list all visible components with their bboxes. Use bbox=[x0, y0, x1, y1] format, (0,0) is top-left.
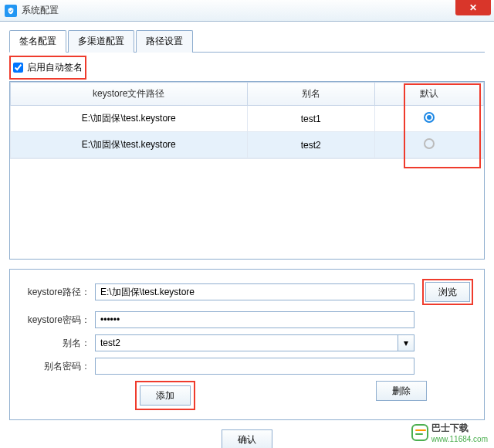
cell-path: E:\加固保\test.keystore bbox=[11, 106, 248, 132]
cell-default[interactable] bbox=[375, 106, 484, 132]
watermark-text: 巴士下载 bbox=[431, 422, 488, 435]
add-button[interactable]: 添加 bbox=[140, 385, 191, 406]
close-icon: ✕ bbox=[469, 2, 477, 13]
cell-default[interactable] bbox=[375, 132, 484, 158]
table-row[interactable]: E:\加固保\test.keystore test1 bbox=[11, 106, 484, 132]
cell-alias: test2 bbox=[247, 132, 375, 158]
table-row[interactable]: E:\加固保\test.keystore test2 bbox=[11, 132, 484, 158]
label-keystore-pwd: keystore密码： bbox=[21, 314, 95, 327]
close-button[interactable]: ✕ bbox=[455, 0, 491, 15]
watermark-url: www.11684.com bbox=[431, 435, 488, 443]
col-path: keystore文件路径 bbox=[11, 83, 248, 106]
keystore-table: keystore文件路径 别名 默认 E:\加固保\test.keystore … bbox=[9, 81, 485, 260]
chevron-down-icon: ▾ bbox=[404, 338, 408, 348]
tab-multichannel[interactable]: 多渠道配置 bbox=[68, 30, 134, 53]
radio-default-icon[interactable] bbox=[424, 112, 435, 123]
col-default: 默认 bbox=[375, 83, 484, 106]
tab-path-settings[interactable]: 路径设置 bbox=[136, 30, 193, 53]
alias-pwd-input[interactable] bbox=[95, 358, 414, 375]
keystore-path-input[interactable] bbox=[95, 283, 414, 300]
label-alias: 别名： bbox=[21, 337, 95, 350]
watermark-icon bbox=[411, 424, 428, 441]
tab-bar: 签名配置 多渠道配置 路径设置 bbox=[9, 29, 485, 53]
keystore-pwd-input[interactable] bbox=[95, 311, 414, 328]
radio-default-icon[interactable] bbox=[424, 138, 435, 149]
label-alias-pwd: 别名密码： bbox=[21, 360, 95, 373]
delete-button[interactable]: 删除 bbox=[376, 381, 427, 401]
alias-select-input[interactable] bbox=[95, 334, 398, 351]
alias-dropdown-button[interactable]: ▾ bbox=[398, 334, 414, 351]
table-header-row: keystore文件路径 别名 默认 bbox=[11, 83, 484, 106]
auto-sign-label: 启用自动签名 bbox=[27, 61, 83, 74]
app-icon bbox=[5, 5, 17, 17]
col-alias: 别名 bbox=[247, 83, 375, 106]
watermark: 巴士下载 www.11684.com bbox=[411, 422, 488, 443]
window-title: 系统配置 bbox=[22, 4, 59, 17]
auto-sign-checkbox[interactable] bbox=[13, 63, 23, 73]
confirm-button[interactable]: 确认 bbox=[222, 429, 272, 448]
tab-sign-config[interactable]: 签名配置 bbox=[9, 30, 66, 53]
table-empty-area bbox=[10, 158, 484, 259]
title-bar: 系统配置 ✕ bbox=[0, 0, 494, 22]
browse-button[interactable]: 浏览 bbox=[425, 282, 470, 302]
cell-path: E:\加固保\test.keystore bbox=[11, 132, 248, 158]
cell-alias: test1 bbox=[247, 106, 375, 132]
keystore-form: keystore路径： 浏览 keystore密码： 别名： ▾ 别名密码： bbox=[9, 269, 485, 420]
label-keystore-path: keystore路径： bbox=[21, 286, 95, 299]
